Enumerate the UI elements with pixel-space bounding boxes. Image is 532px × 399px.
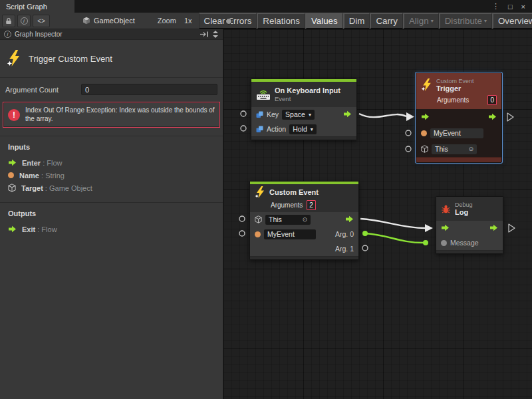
flow-output-port[interactable]	[343, 110, 352, 119]
error-message-text: Index Out Of Range Exception: Index was …	[25, 106, 215, 123]
lock-button[interactable]	[2, 15, 15, 27]
node-on-keyboard-input[interactable]: On Keyboard Input Event Key Space ▾ Acti…	[251, 78, 357, 140]
string-port-icon	[255, 231, 261, 237]
zoom-value: 1x	[184, 17, 192, 25]
value-port-icon[interactable]	[441, 240, 447, 246]
action-input-port[interactable]	[241, 126, 246, 131]
inspector-header-title: Graph Inspector	[15, 31, 63, 38]
close-icon[interactable]: ×	[521, 3, 525, 11]
lock-icon	[5, 17, 12, 25]
carry-button[interactable]: Carry	[370, 13, 403, 29]
window-controls: ⋮ □ ×	[485, 0, 532, 13]
info-button[interactable]: i	[17, 15, 31, 27]
maximize-icon[interactable]: □	[508, 3, 513, 11]
error-message-box: ! Index Out Of Range Exception: Index wa…	[3, 102, 220, 128]
flow-output-port[interactable]	[489, 224, 498, 233]
action-row: Action Hold ▾	[251, 122, 356, 136]
arguments-target-input-port[interactable]	[239, 216, 245, 221]
outputs-header: Outputs	[8, 209, 215, 217]
trigger-target-input-port[interactable]	[406, 146, 411, 152]
arg1-row: Arg. 1	[250, 241, 358, 256]
flow-output-port[interactable]	[488, 113, 497, 122]
values-button[interactable]: Values	[305, 13, 343, 29]
unity-visual-scripting-window: Script Graph ⋮ □ × i <> GameObject Zoom …	[0, 0, 532, 399]
panel-menu-icon[interactable]	[212, 31, 219, 38]
object-picker-icon[interactable]: ⊙	[302, 216, 307, 223]
input-port-enter: EnterFlow	[8, 156, 215, 169]
object-picker-icon[interactable]: ⊙	[468, 146, 473, 152]
message-label: Message	[450, 239, 479, 247]
target-dropdown[interactable]: This ⊙	[265, 215, 311, 225]
event-name-row: MyEvent Arg. 0	[250, 227, 358, 241]
align-button[interactable]: Align▾	[403, 13, 439, 29]
tab-script-graph[interactable]: Script Graph	[0, 0, 74, 13]
node-custom-event-arguments[interactable]: Custom Event Arguments 2 This ⊙	[249, 181, 359, 260]
event-name-field[interactable]: MyEvent	[430, 128, 483, 138]
chevron-down-icon: ▾	[309, 112, 311, 118]
arg0-output-port[interactable]	[362, 231, 368, 236]
custom-event-bolt-icon	[255, 186, 265, 199]
target-dropdown[interactable]: This ⊙	[432, 144, 477, 154]
code-icon: <>	[37, 17, 45, 25]
keycode-icon	[256, 126, 263, 133]
gameobject-port-icon	[421, 145, 428, 153]
flow-output-port[interactable]	[345, 215, 354, 224]
gameobject-selector[interactable]: GameObject	[78, 13, 139, 29]
node-footer	[251, 136, 356, 140]
page-title: Trigger Custom Event	[29, 54, 112, 64]
distribute-button[interactable]: Distribute▾	[439, 13, 492, 29]
event-name-field[interactable]: MyEvent	[264, 229, 316, 239]
trigger-name-input-port[interactable]	[406, 130, 411, 136]
unit-title-block: Trigger Custom Event	[0, 40, 223, 78]
flow-input-port[interactable]	[421, 113, 430, 122]
wire-arguments-to-log	[360, 219, 425, 228]
dim-button[interactable]: Dim	[343, 13, 370, 29]
inputs-header: Inputs	[8, 143, 215, 151]
chevron-down-icon: ▾	[484, 18, 487, 24]
inputs-section: Inputs EnterFlow NameString TargetGame O…	[0, 136, 223, 202]
argument-count-label: Argument Count	[5, 86, 81, 94]
gameobject-label: GameObject	[94, 17, 135, 25]
code-view-button[interactable]: <>	[33, 15, 50, 27]
wire-endpoint-dot	[423, 240, 428, 245]
wire-arrowhead	[425, 224, 433, 232]
action-dropdown[interactable]: Hold ▾	[289, 124, 317, 134]
node-trigger-custom-event[interactable]: Custom Event Trigger Arguments 0 MyEv	[416, 72, 502, 163]
key-input-port[interactable]	[241, 111, 246, 116]
flow-input-port[interactable]	[441, 224, 450, 233]
chevron-down-icon: ▾	[311, 126, 313, 132]
relations-button[interactable]: Relations	[257, 13, 305, 29]
target-row: This ⊙	[416, 141, 501, 157]
outputs-section: Outputs ExitFlow	[0, 202, 223, 399]
argument-count-row: Argument Count	[0, 78, 223, 100]
argument-count-badge: 0	[487, 95, 497, 105]
wire-arg0-to-message	[365, 233, 424, 243]
arg1-output-port[interactable]	[362, 245, 368, 251]
arg1-label: Arg. 1	[335, 245, 354, 253]
target-row: This ⊙	[250, 212, 358, 227]
overview-button[interactable]: Overview	[492, 13, 532, 29]
graph-toolbar: i <> GameObject Zoom 1x Clear Errors Rel…	[0, 13, 532, 29]
key-dropdown[interactable]: Space ▾	[282, 110, 315, 120]
arguments-name-input-port[interactable]	[239, 231, 245, 236]
input-port-name: NameString	[8, 169, 215, 182]
chevron-down-icon: ▾	[431, 18, 434, 24]
node-footer	[250, 256, 358, 259]
custom-event-bolt-icon	[421, 78, 432, 92]
node-header: Custom Event Arguments 2	[250, 184, 358, 212]
argument-count-input[interactable]	[81, 84, 217, 95]
input-port-target: TargetGame Object	[8, 182, 215, 194]
node-header: Custom Event Trigger Arguments 0	[416, 73, 501, 109]
keycode-icon	[256, 111, 263, 118]
kebab-menu-icon[interactable]: ⋮	[492, 2, 499, 11]
message-row: Message	[436, 235, 503, 250]
info-icon: i	[21, 17, 28, 25]
graph-canvas[interactable]: On Keyboard Input Event Key Space ▾ Acti…	[223, 29, 532, 399]
node-footer	[436, 250, 503, 253]
event-name-row: MyEvent	[416, 125, 501, 141]
zoom-slider-handle[interactable]	[225, 18, 232, 25]
wire-keyboard-to-trigger	[359, 114, 406, 117]
node-debug-log[interactable]: Debug Log Message	[436, 196, 503, 254]
gameobject-port-icon	[255, 215, 262, 223]
dock-panel-icon[interactable]	[200, 31, 209, 37]
